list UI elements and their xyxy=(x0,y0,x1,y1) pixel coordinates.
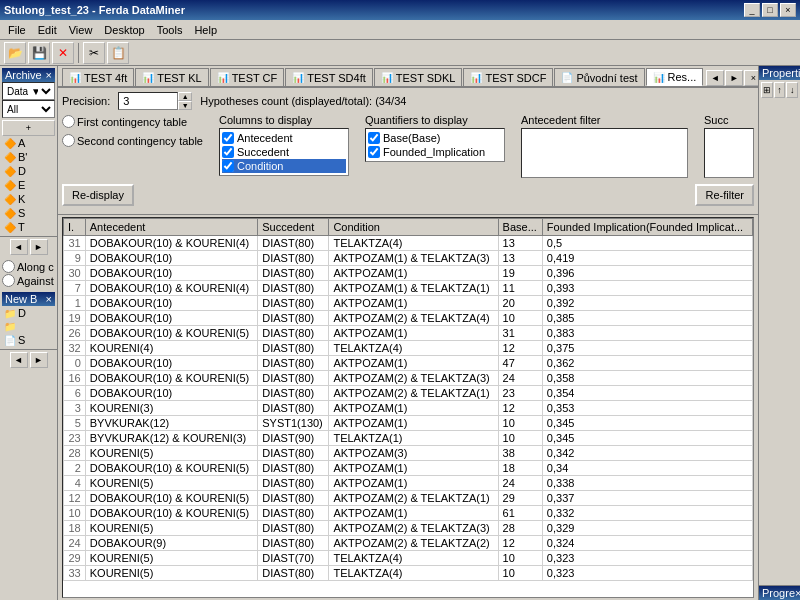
table-row[interactable]: 3 KOURENI(3) DIAST(80) AKTPOZAM(1) 12 0,… xyxy=(64,401,753,416)
menu-desktop[interactable]: Desktop xyxy=(98,22,150,38)
table-row[interactable]: 33 KOURENI(5) DIAST(80) TELAKTZA(4) 10 0… xyxy=(64,566,753,581)
radio-second-input[interactable] xyxy=(62,134,75,147)
close-button[interactable]: ✕ xyxy=(52,42,74,64)
tree-label-e: E xyxy=(18,179,25,191)
tab-testkl[interactable]: 📊 TEST KL xyxy=(135,68,208,86)
radio-along[interactable]: Along c xyxy=(2,260,55,273)
radio-first-contingency[interactable]: First contingency table xyxy=(62,115,203,128)
radio-along-input[interactable] xyxy=(2,260,15,273)
menu-edit[interactable]: Edit xyxy=(32,22,63,38)
re-display-button[interactable]: Re-display xyxy=(62,184,134,206)
table-row[interactable]: 4 KOURENI(5) DIAST(80) AKTPOZAM(1) 24 0,… xyxy=(64,476,753,491)
tab-res[interactable]: 📊 Res... xyxy=(646,68,704,86)
hypotheses-label: Hypotheses count (displayed/total): xyxy=(200,95,372,107)
new-section-close[interactable]: × xyxy=(46,293,52,305)
table-row[interactable]: 12 DOBAKOUR(10) & KOURENI(5) DIAST(80) A… xyxy=(64,491,753,506)
check-antecedent-input[interactable] xyxy=(222,132,234,144)
add-button[interactable]: + xyxy=(2,120,55,136)
col-header-base[interactable]: Base... xyxy=(498,219,542,236)
precision-input[interactable] xyxy=(118,92,178,110)
table-row[interactable]: 19 DOBAKOUR(10) DIAST(80) AKTPOZAM(2) & … xyxy=(64,311,753,326)
tree-item-d[interactable]: 🔶 D xyxy=(2,164,55,178)
check-founded-input[interactable] xyxy=(368,146,380,158)
copy-button[interactable]: 📋 xyxy=(107,42,129,64)
tab-test4ft[interactable]: 📊 TEST 4ft xyxy=(62,68,134,86)
succ-filter-input[interactable] xyxy=(704,128,754,178)
table-row[interactable]: 30 DOBAKOUR(10) DIAST(80) AKTPOZAM(1) 19… xyxy=(64,266,753,281)
spin-up[interactable]: ▲ xyxy=(178,92,192,101)
tree-item-k[interactable]: 🔶 K xyxy=(2,192,55,206)
tab-close[interactable]: × xyxy=(744,70,758,86)
nav-right[interactable]: ► xyxy=(30,239,48,255)
radio-first-input[interactable] xyxy=(62,115,75,128)
menu-tools[interactable]: Tools xyxy=(151,22,189,38)
menu-view[interactable]: View xyxy=(63,22,99,38)
spin-down[interactable]: ▼ xyxy=(178,101,192,110)
open-button[interactable]: 📂 xyxy=(4,42,26,64)
check-condition-input[interactable] xyxy=(222,160,234,172)
tab-prev[interactable]: ◄ xyxy=(706,70,724,86)
col-header-succedent[interactable]: Succedent xyxy=(258,219,329,236)
table-row[interactable]: 29 KOURENI(5) DIAST(70) TELAKTZA(4) 10 0… xyxy=(64,551,753,566)
antecedent-filter-input[interactable] xyxy=(521,128,688,178)
radio-against-input[interactable] xyxy=(2,274,15,287)
table-row[interactable]: 0 DOBAKOUR(10) DIAST(80) AKTPOZAM(1) 47 … xyxy=(64,356,753,371)
right-toolbar-btn2[interactable]: ↑ xyxy=(774,82,786,98)
table-row[interactable]: 10 DOBAKOUR(10) & KOURENI(5) DIAST(80) A… xyxy=(64,506,753,521)
tree-item-b[interactable]: 🔶 B' xyxy=(2,150,55,164)
right-toolbar-btn3[interactable]: ↓ xyxy=(786,82,798,98)
all-dropdown[interactable]: All xyxy=(2,100,55,118)
tab-testsdcf[interactable]: 📊 TEST SDCF xyxy=(463,68,553,86)
save-button[interactable]: 💾 xyxy=(28,42,50,64)
table-row[interactable]: 2 DOBAKOUR(10) & KOURENI(5) DIAST(80) AK… xyxy=(64,461,753,476)
table-row[interactable]: 31 DOBAKOUR(10) & KOURENI(4) DIAST(80) T… xyxy=(64,236,753,251)
cut-button[interactable]: ✂ xyxy=(83,42,105,64)
menu-file[interactable]: File xyxy=(2,22,32,38)
col-header-condition[interactable]: Condition xyxy=(329,219,498,236)
tree-item-a[interactable]: 🔶 A xyxy=(2,136,55,150)
nav-left[interactable]: ◄ xyxy=(10,239,28,255)
tab-next[interactable]: ► xyxy=(725,70,743,86)
maximize-button[interactable]: □ xyxy=(762,3,778,17)
tab-testcf[interactable]: 📊 TEST CF xyxy=(210,68,285,86)
table-row[interactable]: 16 DOBAKOUR(10) & KOURENI(5) DIAST(80) A… xyxy=(64,371,753,386)
minimize-button[interactable]: _ xyxy=(744,3,760,17)
tree-item-s[interactable]: 🔶 S xyxy=(2,206,55,220)
progress-close[interactable]: × xyxy=(795,587,800,599)
radio-against[interactable]: Against xyxy=(2,274,55,287)
tab-puvodni[interactable]: 📄 Původní test xyxy=(554,68,644,86)
col-header-antecedent[interactable]: Antecedent xyxy=(85,219,258,236)
check-succedent-input[interactable] xyxy=(222,146,234,158)
check-base-input[interactable] xyxy=(368,132,380,144)
data-dropdown[interactable]: Data ▼ xyxy=(2,82,55,100)
tab-testsdkl[interactable]: 📊 TEST SDKL xyxy=(374,68,463,86)
table-row[interactable]: 23 BYVKURAK(12) & KOURENI(3) DIAST(90) T… xyxy=(64,431,753,446)
archive-close[interactable]: × xyxy=(46,69,52,81)
nav-right-2[interactable]: ► xyxy=(30,352,48,368)
table-row[interactable]: 28 KOURENI(5) DIAST(80) AKTPOZAM(3) 38 0… xyxy=(64,446,753,461)
col-header-num[interactable]: I. xyxy=(64,219,86,236)
table-row[interactable]: 1 DOBAKOUR(10) DIAST(80) AKTPOZAM(1) 20 … xyxy=(64,296,753,311)
tree-item-e[interactable]: 🔶 E xyxy=(2,178,55,192)
table-row[interactable]: 32 KOURENI(4) DIAST(80) TELAKTZA(4) 12 0… xyxy=(64,341,753,356)
right-toolbar-btn1[interactable]: ⊞ xyxy=(761,82,773,98)
table-row[interactable]: 24 DOBAKOUR(9) DIAST(80) AKTPOZAM(2) & T… xyxy=(64,536,753,551)
new-tree-folder[interactable]: 📁 xyxy=(2,320,55,333)
table-row[interactable]: 26 DOBAKOUR(10) & KOURENI(5) DIAST(80) A… xyxy=(64,326,753,341)
table-row[interactable]: 9 DOBAKOUR(10) DIAST(80) AKTPOZAM(1) & T… xyxy=(64,251,753,266)
table-row[interactable]: 7 DOBAKOUR(10) & KOURENI(4) DIAST(80) AK… xyxy=(64,281,753,296)
new-tree-s[interactable]: 📄 S xyxy=(2,333,55,347)
radio-second-contingency[interactable]: Second contingency table xyxy=(62,134,203,147)
re-filter-button[interactable]: Re-filter xyxy=(695,184,754,206)
nav-left-2[interactable]: ◄ xyxy=(10,352,28,368)
tree-item-t[interactable]: 🔶 T xyxy=(2,220,55,234)
table-row[interactable]: 18 KOURENI(5) DIAST(80) AKTPOZAM(2) & TE… xyxy=(64,521,753,536)
col-header-fi[interactable]: Founded Implication(Founded Implicat... xyxy=(542,219,752,236)
data-table-container[interactable]: I. Antecedent Succedent Condition Base..… xyxy=(62,217,754,598)
tab-testsd4ft[interactable]: 📊 TEST SD4ft xyxy=(285,68,372,86)
table-row[interactable]: 5 BYVKURAK(12) SYST1(130) AKTPOZAM(1) 10… xyxy=(64,416,753,431)
new-tree-d[interactable]: 📁 D xyxy=(2,306,55,320)
close-window-button[interactable]: × xyxy=(780,3,796,17)
table-row[interactable]: 6 DOBAKOUR(10) DIAST(80) AKTPOZAM(2) & T… xyxy=(64,386,753,401)
menu-help[interactable]: Help xyxy=(188,22,223,38)
